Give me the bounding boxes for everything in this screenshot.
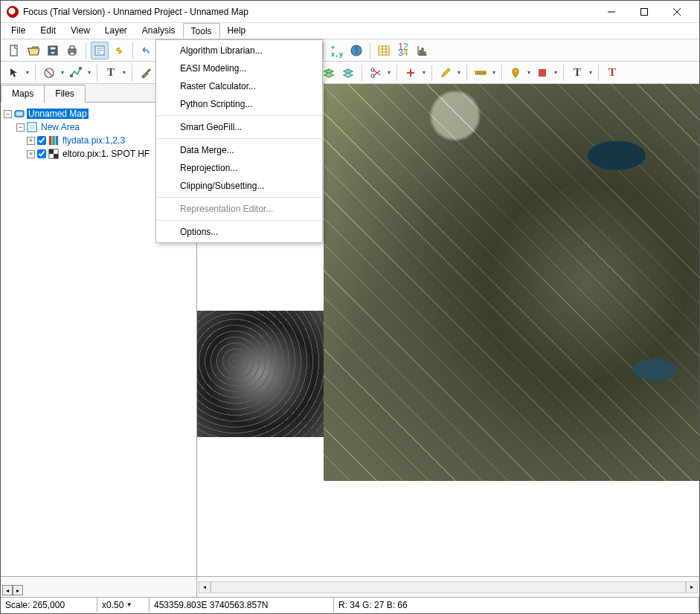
tree-toggle-icon[interactable]: − [4, 110, 12, 118]
save-button[interactable] [44, 42, 62, 59]
side-tab-maps[interactable]: Maps [1, 85, 45, 103]
tools-menu-dropdown: Algorithm Librarian...EASI Modeling...Ra… [155, 39, 323, 243]
svg-point-28 [80, 67, 82, 69]
open-button[interactable] [25, 42, 42, 59]
tree-toggle-icon[interactable]: + [27, 150, 35, 158]
text-dropdown[interactable] [121, 64, 127, 82]
menu-item-data-merge-[interactable]: Data Merge... [156, 141, 322, 159]
menu-item-raster-calculator-[interactable]: Raster Calculator... [156, 77, 322, 95]
arrow-button[interactable] [5, 64, 23, 82]
menu-item-reprojection-[interactable]: Reprojection... [156, 159, 322, 177]
scroll-track[interactable] [211, 581, 686, 593]
print-button[interactable] [63, 42, 81, 59]
pencil-button[interactable] [437, 64, 455, 82]
menu-view[interactable]: View [63, 23, 97, 39]
scroll-left-button[interactable]: ◂ [199, 581, 211, 593]
svg-rect-45 [49, 136, 52, 145]
tree-toggle-icon[interactable]: + [27, 137, 35, 145]
svg-point-37 [371, 68, 374, 71]
area-icon [27, 122, 37, 132]
xy-button[interactable]: +x,y [328, 42, 346, 59]
nopoint-dropdown[interactable] [60, 64, 65, 82]
brush-button[interactable] [137, 64, 155, 82]
main-area: MapsFiles − Unnamed Map − New Area +flyd… [1, 84, 699, 576]
fill-button[interactable] [533, 64, 551, 82]
maximize-button[interactable] [628, 1, 661, 22]
layer-label[interactable]: eltoro.pix:1. SPOT HF [61, 149, 151, 159]
svg-text:i: i [355, 45, 357, 56]
status-coords: 453359.803E 3740563.857N [150, 598, 334, 612]
arrow-dropdown[interactable] [25, 64, 30, 82]
nopoint-button[interactable] [40, 64, 58, 82]
link-button[interactable] [110, 42, 128, 59]
menu-item-python-scripting-[interactable]: Python Scripting... [156, 95, 322, 113]
info-button[interactable]: i [347, 42, 365, 59]
menu-item-algorithm-librarian-[interactable]: Algorithm Librarian... [156, 42, 322, 59]
menu-analysis[interactable]: Analysis [135, 23, 183, 39]
titlebar: Focus (Trial Version) - Unnamed Project … [1, 1, 699, 23]
T1-dropdown[interactable] [588, 64, 594, 82]
svg-rect-49 [49, 149, 54, 154]
plus-button[interactable] [402, 64, 420, 82]
layer-visible-checkbox[interactable] [37, 136, 46, 145]
map-icon [14, 109, 25, 119]
svg-rect-46 [52, 136, 55, 145]
tree-scroll-right[interactable]: ▸ [13, 585, 23, 595]
close-button[interactable] [661, 1, 693, 22]
table-button[interactable] [375, 42, 393, 59]
status-scale[interactable]: Scale: 265,000 [1, 598, 97, 612]
svg-rect-47 [56, 136, 59, 145]
measure-button[interactable] [472, 64, 489, 82]
menu-layer[interactable]: Layer [97, 23, 135, 39]
scissors-button[interactable] [367, 64, 385, 82]
status-rgb: R: 34 G: 27 B: 66 [334, 598, 699, 612]
report-button[interactable] [91, 42, 109, 59]
menu-file[interactable]: File [4, 23, 33, 39]
tree-root-label[interactable]: Unnamed Map [27, 109, 89, 119]
viewer-hscroll[interactable]: ◂ ▸ [197, 581, 699, 593]
menu-item-smart-geofill-[interactable]: Smart GeoFill... [156, 118, 322, 136]
tree-area-label[interactable]: New Area [39, 122, 81, 132]
menu-item-easi-modeling-[interactable]: EASI Modeling... [156, 59, 322, 77]
satellite-image-main[interactable] [324, 84, 699, 481]
minimize-button[interactable] [595, 1, 628, 22]
menu-edit[interactable]: Edit [33, 23, 63, 39]
svg-point-39 [515, 70, 516, 71]
polyline-dropdown[interactable] [86, 64, 92, 82]
toolbar-main: +x,yi1234 [1, 39, 699, 62]
chart-button[interactable] [414, 42, 431, 59]
menu-item-clipping-subsetting-[interactable]: Clipping/Subsetting... [156, 177, 322, 195]
fill-dropdown[interactable] [553, 64, 559, 82]
toolbar-draw: TTT [1, 62, 699, 84]
menu-tools[interactable]: Tools [183, 23, 220, 39]
plus-dropdown[interactable] [421, 64, 427, 82]
stack2-button[interactable] [339, 64, 357, 82]
pin-button[interactable] [507, 64, 524, 82]
pencil-dropdown[interactable] [456, 64, 462, 82]
svg-rect-42 [16, 112, 23, 115]
text-button[interactable]: T [102, 64, 120, 82]
layer-visible-checkbox[interactable] [37, 149, 46, 158]
menu-help[interactable]: Help [220, 23, 254, 39]
status-bar: Scale: 265,000 x0.50 ▼ 453359.803E 37405… [1, 597, 699, 612]
undo-button[interactable] [138, 42, 155, 59]
polyline-button[interactable] [67, 64, 85, 82]
status-zoom[interactable]: x0.50 ▼ [97, 598, 150, 612]
svg-point-36 [371, 74, 374, 77]
pin-dropdown[interactable] [526, 64, 532, 82]
thumbnail-grayscale[interactable] [197, 311, 324, 437]
svg-rect-22 [379, 46, 389, 55]
tree-scroll-left[interactable]: ◂ [2, 585, 13, 595]
tree-toggle-icon[interactable]: − [16, 123, 25, 132]
legend-button[interactable]: 1234 [394, 42, 412, 59]
menu-item-options-[interactable]: Options... [156, 223, 322, 241]
layer-label[interactable]: flydata.pix:1,2,3 [61, 135, 126, 146]
scroll-right-button[interactable]: ▸ [686, 581, 698, 593]
measure-dropdown[interactable] [491, 64, 497, 82]
svg-rect-4 [51, 51, 55, 54]
T2-button[interactable]: T [603, 64, 621, 82]
T1-button[interactable]: T [568, 64, 586, 82]
scissors-dropdown[interactable] [386, 64, 392, 82]
new-button[interactable] [5, 42, 23, 59]
side-tab-files[interactable]: Files [44, 85, 85, 103]
